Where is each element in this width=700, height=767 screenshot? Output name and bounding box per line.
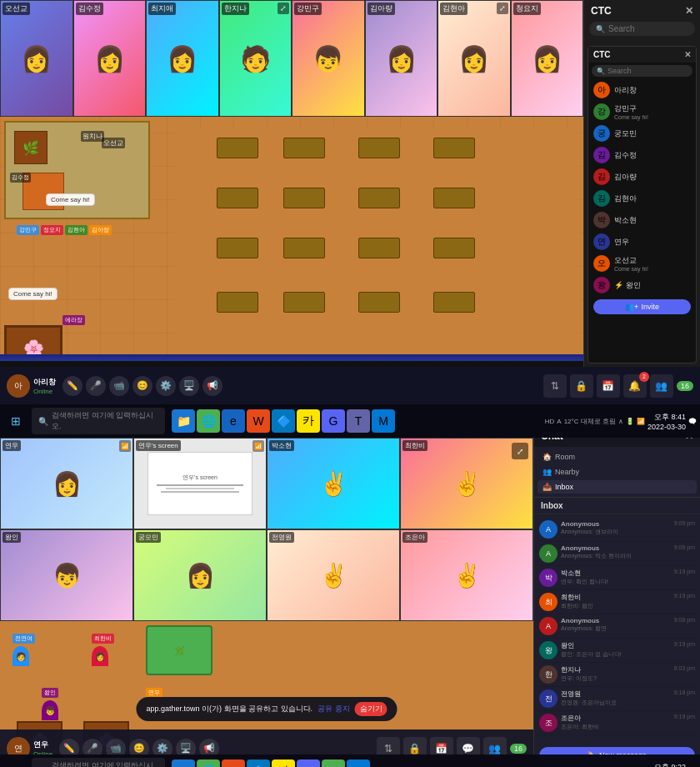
chat-msg-0[interactable]: A Anonymous Anonymous: 샌브라이 9:09 pm xyxy=(538,518,697,542)
win-clock-top: 오후 8:41 2022-03-30 xyxy=(648,412,686,431)
win-icon-explorer[interactable]: 📁 xyxy=(172,409,195,433)
chat-msg-1[interactable]: A Anonymous Anonymous: 막소 현이라이 9:08 pm xyxy=(538,542,697,566)
chat-msg-5[interactable]: 왕 왕인 왕인: 조은아 없 습니다! 9:19 pm xyxy=(538,639,697,663)
chat-msg-sub-7: 전영원: 조은아님이요 xyxy=(561,699,671,707)
chat-msg-4[interactable]: A Anonymous Anonymous: 왕연 9:08 pm xyxy=(538,614,697,639)
win-icon-edge[interactable]: 🔷 xyxy=(272,409,295,433)
ctc-inner-search[interactable]: 🔍 xyxy=(592,65,692,77)
ctc-member-1[interactable]: 강 강민구 Come say hi! xyxy=(588,101,696,123)
ctc-member-7[interactable]: 연 연우 xyxy=(588,231,696,253)
ctc-member-arichangs[interactable]: 아 아리창 xyxy=(588,79,696,101)
chat-msg-avatar-3: 최 xyxy=(539,593,558,611)
chat-tab-room[interactable]: 🏠 Room xyxy=(538,450,697,464)
chat-msg-sub-3: 최한비: 왕인 xyxy=(561,602,671,610)
ctc-member-4[interactable]: 김 김아량 xyxy=(588,166,696,188)
win-icon-gather[interactable]: G xyxy=(322,409,345,433)
ctc-inner-close[interactable]: ✕ xyxy=(684,50,691,59)
ctc-member-6[interactable]: 박 박소현 xyxy=(588,209,696,231)
ctc-search-input-outer[interactable] xyxy=(608,24,688,33)
chat-tab-nearby[interactable]: 👥 Nearby xyxy=(538,465,697,479)
tb-users-icon[interactable]: 👥 xyxy=(650,374,673,398)
win-tray-lang: A xyxy=(557,418,561,425)
tb-calendar-icon[interactable]: 📅 xyxy=(597,374,620,398)
win-icon-b-8[interactable]: M xyxy=(347,759,370,767)
sprite-label-1: 전연여 xyxy=(12,634,35,644)
tb-edit-icon[interactable]: ✏️ xyxy=(62,376,82,396)
chat-msg-2[interactable]: 박 박소현 연우: 확인 됩니다! 9:19 pm xyxy=(538,566,697,590)
win-icon-b-6[interactable]: G xyxy=(297,759,320,767)
win-icon-office[interactable]: W xyxy=(247,409,270,433)
chat-msg-3[interactable]: 최 최한비 최한비: 왕인 9:19 pm xyxy=(538,590,697,614)
chat-panel: Chat ✕ 🏠 Room 👥 Nearby 📥 Inbox Inbox A A… xyxy=(533,425,700,767)
ctc-member-2[interactable]: 궁 궁모민 xyxy=(588,123,696,144)
chat-msg-avatar-8: 조 xyxy=(539,714,558,732)
bottom-video-4: ✌️ 최한비 ⤢ xyxy=(400,438,533,529)
bottom-video-3: ✌️ 박소현 xyxy=(267,438,400,529)
tb-emoji-icon[interactable]: 😊 xyxy=(132,376,152,396)
chat-msg-6[interactable]: 한 한지나 연우: 이정도? 8:03 pm xyxy=(538,663,697,687)
win-search-text-bottom: 검색하려면 여기에 입력하십시오. xyxy=(52,760,158,767)
ctc-member-3[interactable]: 김 김수정 xyxy=(588,144,696,166)
chat-msg-8[interactable]: 조 조은아 조은아: 최한비 9:19 pm xyxy=(538,711,697,735)
win-icon-b-3[interactable]: W xyxy=(222,759,245,767)
expand-video-btn-bottom[interactable]: ⤢ xyxy=(512,443,528,459)
bottom-video-name-6: 궁모민 xyxy=(136,532,161,543)
sprite-3: 👦 xyxy=(42,700,58,720)
chat-tab-nearby-label: Nearby xyxy=(555,468,579,476)
share-stop-button[interactable]: 공유 중지 xyxy=(318,704,350,714)
win-icon-b-2[interactable]: 🌐 xyxy=(197,759,220,767)
ctc-search-input-inner[interactable] xyxy=(608,67,688,75)
ctc-member-info-4: 김아량 xyxy=(614,172,691,183)
win-search-bar-top[interactable]: 🔍 검색하려면 여기에 입력하십시오. xyxy=(32,408,165,434)
win-icon-b-1[interactable]: 📁 xyxy=(172,759,195,767)
tb-camera-icon[interactable]: 📹 xyxy=(109,376,129,396)
tb-settings-icon[interactable]: ⚙️ xyxy=(156,376,176,396)
ctc-close[interactable]: ✕ xyxy=(685,5,693,17)
ctc-member-name-2: 궁모민 xyxy=(614,128,691,139)
tb-lock-icon[interactable]: 🔒 xyxy=(570,374,593,398)
tb-swap-icon[interactable]: ⇅ xyxy=(543,374,567,398)
bottom-video-6: 👩 궁모민 xyxy=(133,529,267,621)
win-search-bar-bottom[interactable]: 🔍 검색하려면 여기에 입력하십시오. xyxy=(32,758,165,767)
ctc-member-name-1: 강민구 xyxy=(614,103,691,114)
bottom-video-grid: 👩 연우 📶 연우's screen 연우's screen 📶 ✌️ 박소현 … xyxy=(0,438,533,621)
ctc-member-info-2: 궁모민 xyxy=(614,128,691,139)
expand-btn-4[interactable]: ⤢ xyxy=(278,3,289,14)
tb-mic-icon[interactable]: 🎤 xyxy=(86,376,106,396)
chat-msg-7[interactable]: 전 전영원 전영원: 조은아님이요 9:18 pm xyxy=(538,687,697,711)
win-icon-app2[interactable]: M xyxy=(372,409,395,433)
win-icon-b-5[interactable]: 카 xyxy=(272,759,295,767)
win-icon-b-gather[interactable]: ▶ xyxy=(322,759,345,767)
win-start-button-top[interactable]: ⊞ xyxy=(3,409,28,434)
share-hide-button[interactable]: 숨기기 xyxy=(355,702,388,716)
win-icon-b-4[interactable]: 🔷 xyxy=(247,759,270,767)
win-time-top: 오후 8:41 xyxy=(648,412,686,423)
bottom-video-name-7: 전영원 xyxy=(269,532,294,543)
win-start-button-bottom[interactable]: ⊞ xyxy=(3,759,28,767)
expand-btn-7[interactable]: ⤢ xyxy=(497,3,508,14)
chat-msg-sender-0: Anonymous xyxy=(561,520,671,528)
chat-msg-sender-8: 조은아 xyxy=(561,714,671,723)
chat-tab-inbox[interactable]: 📥 Inbox xyxy=(538,480,697,494)
win-icon-ie[interactable]: e xyxy=(222,409,245,433)
ctc-member-5[interactable]: 김 김현아 xyxy=(588,188,696,209)
win-icon-chrome[interactable]: 🌐 xyxy=(197,409,220,433)
ctc-member-info-5: 김현아 xyxy=(614,193,691,204)
chat-msg-time-0: 9:09 pm xyxy=(674,520,695,526)
ctc-member-8[interactable]: 오 오선교 Come say hi! xyxy=(588,253,696,274)
tb-notify-icon[interactable]: 🔔 2 xyxy=(623,374,647,398)
win-notification-icon[interactable]: 🗨️ xyxy=(688,418,697,425)
ctc-invite-button[interactable]: 👥+ Invite xyxy=(593,299,691,314)
tb-screen-icon[interactable]: 🖥️ xyxy=(179,376,199,396)
ctc-member-9[interactable]: 왕 ⚡ 왕인 xyxy=(588,274,696,296)
ctc-inner-title: CTC xyxy=(593,50,611,59)
video-name-3: 최지애 xyxy=(148,3,176,15)
chat-msg-time-3: 9:19 pm xyxy=(674,593,695,599)
win-time-bottom: 오후 9:22 xyxy=(648,762,686,768)
win-icon-teams[interactable]: T xyxy=(347,409,370,433)
chat-msg-avatar-4: A xyxy=(539,617,558,635)
bottom-video-5: 👦 왕인 xyxy=(0,529,133,621)
win-icon-kakao[interactable]: 카 xyxy=(297,409,320,433)
tb-speak-icon[interactable]: 📢 xyxy=(202,376,222,396)
ctc-search-outer[interactable]: 🔍 xyxy=(589,22,695,36)
